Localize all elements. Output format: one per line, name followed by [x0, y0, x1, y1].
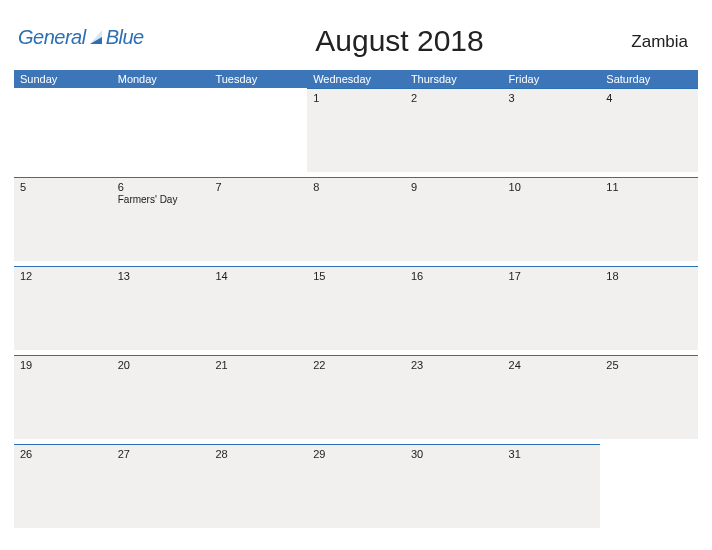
day-number: 25	[606, 359, 692, 371]
day-cell: 30	[405, 444, 503, 528]
day-cell: 5	[14, 177, 112, 261]
day-event: Farmers' Day	[118, 194, 204, 205]
day-cell: 21	[209, 355, 307, 439]
day-cell: 20	[112, 355, 210, 439]
day-cell: 11	[600, 177, 698, 261]
weeks-container: 123456Farmers' Day7891011121314151617181…	[14, 88, 698, 528]
day-number: 20	[118, 359, 204, 371]
logo-text-blue: Blue	[106, 26, 144, 49]
day-cell: 17	[503, 266, 601, 350]
day-cell: 9	[405, 177, 503, 261]
day-number: 14	[215, 270, 301, 282]
day-number: 27	[118, 448, 204, 460]
day-cell: 4	[600, 88, 698, 172]
day-number: 10	[509, 181, 595, 193]
day-cell: 26	[14, 444, 112, 528]
day-number: 7	[215, 181, 301, 193]
week-row: 56Farmers' Day7891011	[14, 177, 698, 261]
day-header-row: Sunday Monday Tuesday Wednesday Thursday…	[14, 70, 698, 88]
day-cell: 3	[503, 88, 601, 172]
day-cell: 14	[209, 266, 307, 350]
day-header: Friday	[503, 70, 601, 88]
day-cell: 31	[503, 444, 601, 528]
day-cell: 16	[405, 266, 503, 350]
day-number: 31	[509, 448, 595, 460]
day-cell	[600, 444, 698, 528]
day-number: 6	[118, 181, 204, 193]
day-number: 11	[606, 181, 692, 193]
day-number: 9	[411, 181, 497, 193]
sail-icon	[88, 28, 106, 46]
day-header: Wednesday	[307, 70, 405, 88]
day-cell: 7	[209, 177, 307, 261]
day-cell: 2	[405, 88, 503, 172]
week-row: 1234	[14, 88, 698, 172]
day-number: 4	[606, 92, 692, 104]
day-cell: 10	[503, 177, 601, 261]
day-cell: 8	[307, 177, 405, 261]
week-row: 19202122232425	[14, 355, 698, 439]
day-header: Thursday	[405, 70, 503, 88]
day-number: 18	[606, 270, 692, 282]
day-cell	[112, 88, 210, 172]
day-number: 5	[20, 181, 106, 193]
day-number: 22	[313, 359, 399, 371]
day-cell: 27	[112, 444, 210, 528]
day-number: 17	[509, 270, 595, 282]
day-number: 19	[20, 359, 106, 371]
logo-text-general: General	[18, 26, 86, 49]
day-header: Tuesday	[209, 70, 307, 88]
day-cell: 23	[405, 355, 503, 439]
header: General Blue August 2018 Zambia	[14, 20, 698, 58]
day-number: 8	[313, 181, 399, 193]
day-number: 3	[509, 92, 595, 104]
week-row: 12131415161718	[14, 266, 698, 350]
day-cell	[14, 88, 112, 172]
day-header: Monday	[112, 70, 210, 88]
day-number: 16	[411, 270, 497, 282]
page-title: August 2018	[144, 20, 632, 58]
day-cell: 19	[14, 355, 112, 439]
day-number: 24	[509, 359, 595, 371]
day-number: 30	[411, 448, 497, 460]
calendar: Sunday Monday Tuesday Wednesday Thursday…	[14, 70, 698, 528]
day-number: 29	[313, 448, 399, 460]
country-label: Zambia	[631, 20, 694, 52]
day-cell: 18	[600, 266, 698, 350]
day-cell: 28	[209, 444, 307, 528]
day-header: Sunday	[14, 70, 112, 88]
day-cell: 12	[14, 266, 112, 350]
day-cell: 24	[503, 355, 601, 439]
day-cell: 1	[307, 88, 405, 172]
day-number: 26	[20, 448, 106, 460]
day-number: 2	[411, 92, 497, 104]
day-cell: 22	[307, 355, 405, 439]
day-number: 21	[215, 359, 301, 371]
day-cell: 29	[307, 444, 405, 528]
logo: General Blue	[18, 20, 144, 49]
day-number: 28	[215, 448, 301, 460]
day-cell: 6Farmers' Day	[112, 177, 210, 261]
day-cell: 13	[112, 266, 210, 350]
day-number: 15	[313, 270, 399, 282]
day-number: 23	[411, 359, 497, 371]
day-number: 12	[20, 270, 106, 282]
day-cell	[209, 88, 307, 172]
day-cell: 15	[307, 266, 405, 350]
day-number: 1	[313, 92, 399, 104]
day-header: Saturday	[600, 70, 698, 88]
day-cell: 25	[600, 355, 698, 439]
week-row: 262728293031	[14, 444, 698, 528]
day-number: 13	[118, 270, 204, 282]
